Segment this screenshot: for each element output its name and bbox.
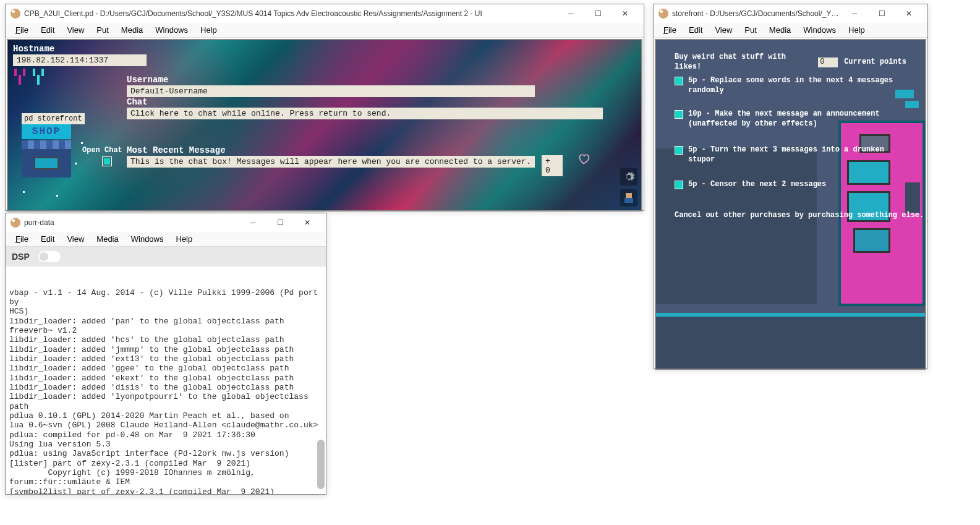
open-chat-label: Open Chat xyxy=(82,146,122,155)
store-item-label: 5p - Censor the next 2 messages xyxy=(688,180,826,190)
avatar-icon[interactable] xyxy=(620,189,637,207)
minimize-button[interactable]: ─ xyxy=(557,5,584,22)
menu-view[interactable]: View xyxy=(62,24,89,36)
menu-windows[interactable]: Windows xyxy=(798,24,841,36)
console-line: pdlua: compiled for pd-0.48 on Mar 9 202… xyxy=(9,430,322,440)
maximize-button[interactable]: ☐ xyxy=(868,5,895,22)
console-line: pdlua 0.10.1 (GPL) 2014-2020 Martin Peac… xyxy=(9,411,322,420)
client-canvas: Hostname Username Chat pd storefront SHO… xyxy=(7,39,642,211)
menu-edit[interactable]: Edit xyxy=(684,24,707,36)
username-input[interactable] xyxy=(127,85,535,97)
menu-file[interactable]: File xyxy=(658,24,681,36)
fork-icon xyxy=(14,69,25,85)
svg-rect-0 xyxy=(626,193,632,198)
console-line: libdir_loader: added 'pan' to the global… xyxy=(9,317,322,326)
star-icon xyxy=(75,163,77,164)
minimize-button[interactable]: ─ xyxy=(841,5,868,22)
console-line: libdir_loader: added 'disis' to the glob… xyxy=(9,383,322,392)
chat-input[interactable] xyxy=(127,108,603,119)
store-menubar: File Edit View Put Media Windows Help xyxy=(654,23,927,38)
maximize-button[interactable]: ☐ xyxy=(584,5,611,22)
menu-put[interactable]: Put xyxy=(92,24,114,36)
like-counter[interactable]: + 0 xyxy=(542,155,563,176)
console-line: HCS) xyxy=(9,307,322,316)
menu-edit[interactable]: Edit xyxy=(36,24,59,36)
client-title: CPB_A2UI_Client.pd - D:/Users/GCJ/Docume… xyxy=(24,9,557,18)
buy-toggle[interactable] xyxy=(675,110,683,119)
settings-button[interactable] xyxy=(620,168,637,186)
shop-building-icon xyxy=(22,140,71,177)
menu-help[interactable]: Help xyxy=(843,24,870,36)
purr-data-window: purr-data ─ ☐ ✕ File Edit View Media Win… xyxy=(5,213,326,495)
fork-icon xyxy=(33,69,44,85)
purr-console[interactable]: vbap - v1.1 - 14 Aug. 2014 - (c) Ville P… xyxy=(6,267,326,494)
hostname-label: Hostname xyxy=(13,44,147,54)
store-title: storefront - D:/Users/GCJ/Documents/Scho… xyxy=(672,9,841,18)
purr-title: purr-data xyxy=(24,218,239,227)
close-button[interactable]: ✕ xyxy=(294,214,321,231)
bg-shape xyxy=(905,101,919,108)
console-line: Copyright (c) 1999-2018 IOhannes m zmöln… xyxy=(9,468,322,477)
points-value: 0 xyxy=(818,58,838,67)
shop-pd-label[interactable]: pd storefront xyxy=(22,113,85,124)
purr-titlebar[interactable]: purr-data ─ ☐ ✕ xyxy=(6,213,326,232)
buy-toggle[interactable] xyxy=(675,77,683,85)
purr-menubar: File Edit View Media Windows Help xyxy=(6,232,326,247)
open-chat-toggle[interactable] xyxy=(102,156,112,166)
menu-view[interactable]: View xyxy=(62,233,89,245)
store-cancel-note: Cancel out other purchases by purchasing… xyxy=(675,211,924,221)
menu-help[interactable]: Help xyxy=(171,233,198,245)
store-intro-label: Buy weird chat stuff with likes! xyxy=(675,53,812,72)
minimize-button[interactable]: ─ xyxy=(239,214,266,231)
menu-put[interactable]: Put xyxy=(739,24,762,36)
bg-counter xyxy=(656,313,925,331)
username-label: Username xyxy=(127,75,547,85)
console-line: [lister] part of zexy-2.3.1 (compiled Ma… xyxy=(9,459,322,468)
app-icon xyxy=(11,9,20,19)
console-line: pdlua: using JavaScript interface (Pd-l2… xyxy=(9,449,322,458)
shop-sign: SHOP xyxy=(22,124,71,139)
console-line: libdir_loader: added 'hcs' to the global… xyxy=(9,335,322,344)
buy-toggle[interactable] xyxy=(675,181,683,189)
close-button[interactable]: ✕ xyxy=(611,5,639,22)
star-icon xyxy=(23,191,25,193)
storefront-window: storefront - D:/Users/GCJ/Documents/Scho… xyxy=(653,4,928,369)
app-icon xyxy=(658,9,668,19)
scrollbar[interactable] xyxy=(317,440,325,489)
heart-icon[interactable] xyxy=(577,153,590,168)
console-line: libdir_loader: added 'jmmmp' to the glob… xyxy=(9,345,322,354)
store-item-label: 5p - Replace some words in the next 4 me… xyxy=(688,76,913,95)
chat-label: Chat xyxy=(127,97,609,107)
bg-shape xyxy=(656,148,817,304)
menu-windows[interactable]: Windows xyxy=(126,233,169,245)
store-titlebar[interactable]: storefront - D:/Users/GCJ/Documents/Scho… xyxy=(654,4,927,23)
console-line: libdir_loader: added 'ekext' to the glob… xyxy=(9,373,322,383)
points-label: Current points xyxy=(844,58,906,67)
buy-toggle[interactable] xyxy=(675,146,683,155)
store-item-label: 5p - Turn the next 3 messages into a dru… xyxy=(688,145,913,164)
star-icon xyxy=(56,195,58,197)
menu-help[interactable]: Help xyxy=(195,24,222,36)
app-icon xyxy=(11,218,20,228)
console-line: Using lua version 5.3 xyxy=(9,440,322,449)
star-icon xyxy=(81,142,83,144)
menu-edit[interactable]: Edit xyxy=(36,233,59,245)
dsp-label: DSP xyxy=(12,252,30,262)
maximize-button[interactable]: ☐ xyxy=(266,214,294,231)
menu-media[interactable]: Media xyxy=(764,24,796,36)
store-item: 5p - Censor the next 2 messages xyxy=(675,180,913,190)
store-item: 5p - Turn the next 3 messages into a dru… xyxy=(675,145,913,164)
dsp-toggle[interactable] xyxy=(38,251,61,262)
menu-file[interactable]: File xyxy=(11,24,33,36)
menu-media[interactable]: Media xyxy=(92,233,123,245)
bg-floor xyxy=(656,331,925,369)
client-titlebar[interactable]: CPB_A2UI_Client.pd - D:/Users/GCJ/Docume… xyxy=(6,4,644,23)
close-button[interactable]: ✕ xyxy=(895,5,922,22)
menu-file[interactable]: File xyxy=(11,233,33,245)
store-item: 10p - Make the next message an announcem… xyxy=(675,109,913,129)
menu-view[interactable]: View xyxy=(710,24,737,36)
hostname-input[interactable] xyxy=(13,54,147,66)
menu-windows[interactable]: Windows xyxy=(150,24,193,36)
console-line: libdir_loader: added 'ggee' to the globa… xyxy=(9,364,322,373)
menu-media[interactable]: Media xyxy=(116,24,148,36)
